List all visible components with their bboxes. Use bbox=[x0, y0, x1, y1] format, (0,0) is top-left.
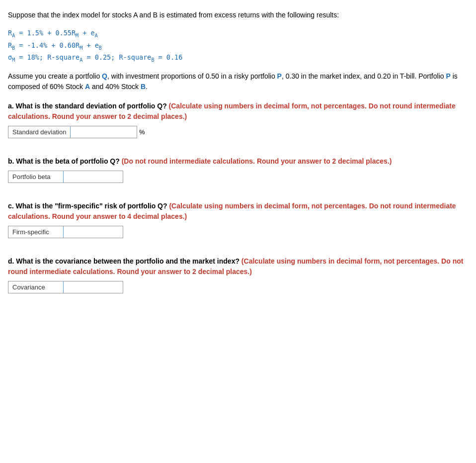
section-c-field-label: Firm-specific bbox=[8, 226, 63, 238]
section-d: d. What is the covariance between the po… bbox=[8, 256, 468, 293]
section-a-input[interactable] bbox=[70, 126, 130, 138]
equations-block: RA = 1.5% + 0.55RM + eA RB = -1.4% + 0.6… bbox=[8, 27, 468, 64]
section-a: a. What is the standard deviation of por… bbox=[8, 101, 468, 138]
equation-line3: σM = 18%; R-squareA = 0.25; R-squareB = … bbox=[8, 52, 468, 64]
equation-line2: RB = -1.4% + 0.60RM + eB bbox=[8, 40, 468, 52]
section-d-field-wrapper: Covariance bbox=[8, 281, 123, 293]
section-b-question: b. What is the beta of portfolio Q? (Do … bbox=[8, 156, 468, 167]
section-b-input-row: Portfolio beta bbox=[8, 171, 468, 183]
assume-text: Assume you create a portfolio Q, with in… bbox=[8, 71, 468, 92]
section-b-field-label: Portfolio beta bbox=[8, 171, 63, 183]
section-c-input[interactable] bbox=[63, 226, 123, 238]
section-d-question: d. What is the covariance between the po… bbox=[8, 256, 468, 277]
section-a-question: a. What is the standard deviation of por… bbox=[8, 101, 468, 122]
section-d-input[interactable] bbox=[63, 281, 123, 293]
section-c-input-row: Firm-specific bbox=[8, 226, 468, 238]
intro-text: Suppose that the index model for stocks … bbox=[8, 10, 468, 20]
section-c-question: c. What is the "firm-specific" risk of p… bbox=[8, 201, 468, 222]
section-a-input-row: Standard deviation % bbox=[8, 126, 468, 138]
section-a-unit: % bbox=[139, 128, 145, 136]
section-c-field-wrapper: Firm-specific bbox=[8, 226, 123, 238]
section-d-field-label: Covariance bbox=[8, 281, 63, 293]
section-a-field-wrapper: Standard deviation bbox=[8, 126, 137, 138]
section-a-field-label: Standard deviation bbox=[8, 126, 70, 138]
section-b-field-wrapper: Portfolio beta bbox=[8, 171, 123, 183]
section-d-input-row: Covariance bbox=[8, 281, 468, 293]
section-c: c. What is the "firm-specific" risk of p… bbox=[8, 201, 468, 238]
section-b-input[interactable] bbox=[63, 171, 123, 183]
equation-line1: RA = 1.5% + 0.55RM + eA bbox=[8, 27, 468, 40]
section-b: b. What is the beta of portfolio Q? (Do … bbox=[8, 156, 468, 183]
